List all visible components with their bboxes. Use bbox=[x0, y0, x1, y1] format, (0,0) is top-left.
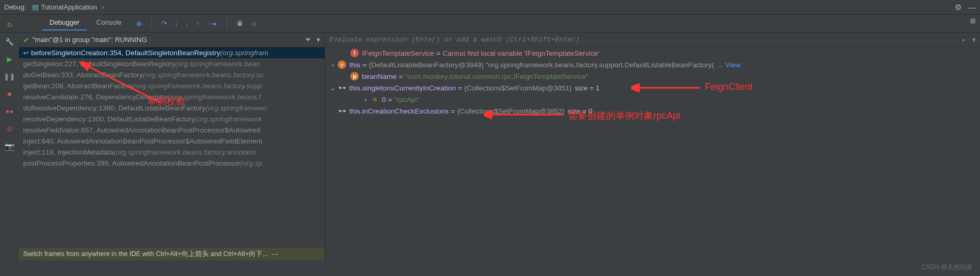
hint-text: Switch frames from anywhere in the IDE w… bbox=[23, 250, 268, 259]
stack-frame[interactable]: resolveDependency:1300, DefaultListableB… bbox=[19, 114, 325, 125]
var-type: {Collections$SetFromMap@3851} bbox=[464, 84, 572, 92]
stack-frame[interactable]: getSingleton:227, DefaultSingletonBeanRe… bbox=[19, 58, 325, 69]
variables-pane: ＋ ▾ ! IFeignTemplateService = Cannot fin… bbox=[325, 33, 980, 260]
evaluate-input[interactable] bbox=[329, 36, 955, 44]
list-icon: ≡ bbox=[338, 60, 346, 69]
watermark: CSDN @天然玩家 bbox=[921, 263, 973, 272]
run-to-cursor-icon[interactable]: →▸ bbox=[207, 19, 217, 27]
var-name: beanName bbox=[362, 73, 397, 80]
frames-list[interactable]: ↩beforeSingletonCreation:354, DefaultSin… bbox=[19, 47, 325, 248]
frame-package: (org.springframework bbox=[195, 115, 262, 123]
thread-chevron-icon[interactable]: ▾ bbox=[317, 36, 320, 44]
var-beanname[interactable]: p beanName = "com.monkey.tutorial.common… bbox=[325, 70, 980, 82]
thread-selector[interactable]: ✔ "main"@1 in group "main": RUNNING ⏷ ▾ bbox=[19, 33, 325, 47]
tab-debugger[interactable]: Debugger bbox=[42, 16, 87, 30]
resume-icon[interactable]: ▶ bbox=[7, 55, 12, 63]
check-icon: ✔ bbox=[23, 36, 29, 44]
hint-bar: Switch frames from anywhere in the IDE w… bbox=[19, 248, 325, 260]
var-item-0[interactable]: › ≡ 0 = "rpcApi" bbox=[325, 94, 980, 105]
stop-icon[interactable]: ■ bbox=[7, 90, 12, 98]
pause-icon[interactable]: ❚❚ bbox=[4, 73, 15, 80]
evaluate-row[interactable]: ＋ ▾ bbox=[325, 33, 980, 47]
force-step-into-icon[interactable]: ↓ bbox=[185, 19, 189, 27]
var-name: 0 bbox=[382, 96, 386, 104]
frame-package: (org.springframewo bbox=[206, 104, 267, 112]
minimize-icon[interactable]: — bbox=[968, 3, 976, 12]
filter-icon[interactable]: ⏷ bbox=[305, 36, 311, 44]
frame-label: beforeSingletonCreation:354, DefaultSing… bbox=[31, 49, 220, 57]
trace-icon[interactable]: ≣ bbox=[251, 19, 257, 27]
thread-list-icon[interactable]: ≣ bbox=[136, 19, 142, 27]
var-name: IFeignTemplateService bbox=[362, 49, 434, 57]
frame-back-icon: ↩ bbox=[23, 49, 29, 57]
stack-frame[interactable]: postProcessProperties:399, AutowiredAnno… bbox=[19, 158, 325, 169]
view-breakpoints-icon[interactable]: ●● bbox=[5, 107, 14, 115]
eval-chevron-icon[interactable]: ▾ bbox=[972, 36, 976, 44]
wrench-icon[interactable]: 🔧 bbox=[5, 38, 14, 46]
view-link[interactable]: ... View bbox=[718, 61, 741, 69]
variables-list[interactable]: ! IFeignTemplateService = Cannot find lo… bbox=[325, 47, 980, 260]
frame-package: (org.springframework.beans.factory.su bbox=[143, 71, 263, 79]
frame-label: inject:119, InjectionMetadata bbox=[23, 148, 114, 156]
camera-icon[interactable]: 📷 bbox=[5, 142, 15, 151]
annotation-label-2: FeignClient bbox=[705, 81, 753, 93]
watch-icon: 👓 bbox=[338, 84, 346, 92]
stack-frame[interactable]: resolveFieldValue:657, AutowiredAnnotati… bbox=[19, 125, 325, 136]
annotation-label-1: 单例校验 bbox=[147, 95, 185, 107]
watch-icon: 👓 bbox=[338, 107, 346, 115]
debug-label: Debug: bbox=[4, 3, 26, 11]
stack-frame[interactable]: inject:640, AutowiredAnnotationBeanPostP… bbox=[19, 136, 325, 147]
rerun-icon[interactable]: ↻ bbox=[7, 21, 13, 29]
param-icon: p bbox=[350, 72, 359, 80]
var-value: "com.monkey.tutorial.common.rpc.IFeignTe… bbox=[405, 73, 588, 80]
frame-label: postProcessProperties:399, AutowiredAnno… bbox=[23, 159, 240, 167]
layout-icon[interactable]: ⊞ bbox=[970, 17, 976, 25]
debug-topbar: Debug: ▤ TutorialApplication × ⚙ — bbox=[0, 0, 980, 15]
annotation-label-3: 需要创建的单例对象rpcApi bbox=[568, 109, 680, 122]
var-error[interactable]: ! IFeignTemplateService = Cannot find lo… bbox=[325, 47, 980, 59]
var-size: size = 1 bbox=[575, 84, 600, 92]
hint-ellipsis[interactable]: ⋯ bbox=[271, 250, 278, 258]
stack-frame[interactable]: doGetBean:333, AbstractBeanFactory (org.… bbox=[19, 69, 325, 80]
stack-frame[interactable]: ↩beforeSingletonCreation:354, DefaultSin… bbox=[19, 47, 325, 58]
var-value: Cannot find local variable 'IFeignTempla… bbox=[442, 49, 599, 57]
frame-label: getBean:208, AbstractBeanFactory bbox=[23, 82, 133, 90]
stack-frame[interactable]: getBean:208, AbstractBeanFactory (org.sp… bbox=[19, 80, 325, 91]
frame-package: (org.sp bbox=[240, 159, 262, 167]
run-config-icon: ▤ bbox=[32, 4, 39, 11]
evaluate-icon[interactable]: 🖩 bbox=[237, 19, 244, 27]
frame-label: inject:640, AutowiredAnnotationBeanPostP… bbox=[23, 137, 262, 145]
add-watch-icon[interactable]: ＋ bbox=[960, 35, 967, 45]
var-type: {DefaultListableBeanFactory@3849} bbox=[369, 61, 484, 69]
thread-text: "main"@1 in group "main": RUNNING bbox=[33, 36, 147, 44]
var-singletons-in-creation[interactable]: ⌄ 👓 this.singletonsCurrentlyInCreation =… bbox=[325, 82, 980, 94]
var-this[interactable]: › ≡ this = {DefaultListableBeanFactory@3… bbox=[325, 59, 980, 70]
frames-pane: ✔ "main"@1 in group "main": RUNNING ⏷ ▾ … bbox=[19, 33, 325, 260]
var-name: this.inCreationCheckExclusions bbox=[349, 107, 449, 115]
list-icon: ≡ bbox=[370, 95, 379, 104]
frame-package: (org.springframework.beans.factory.annot… bbox=[114, 148, 256, 156]
var-name: this bbox=[349, 61, 360, 69]
gear-icon[interactable]: ⚙ bbox=[955, 3, 962, 12]
error-icon: ! bbox=[350, 49, 359, 57]
var-name: this.singletonsCurrentlyInCreation bbox=[349, 84, 456, 92]
tab-title[interactable]: TutorialApplication bbox=[41, 3, 97, 11]
frame-label: resolveFieldValue:657, AutowiredAnnotati… bbox=[23, 126, 260, 134]
expand-icon[interactable]: › bbox=[362, 96, 369, 104]
var-value: "org.springframework.beans.factory.suppo… bbox=[486, 61, 714, 69]
frame-label: getSingleton:227, DefaultSingletonBeanRe… bbox=[23, 60, 175, 68]
collapse-icon[interactable]: ⌄ bbox=[329, 84, 337, 92]
step-into-icon[interactable]: ↓ bbox=[175, 19, 178, 27]
frame-label: resolveDependency:1300, DefaultListableB… bbox=[23, 115, 195, 123]
stack-frame[interactable]: inject:119, InjectionMetadata (org.sprin… bbox=[19, 147, 325, 158]
step-over-icon[interactable]: ↷ bbox=[161, 19, 167, 27]
mute-breakpoints-icon[interactable]: ⊘ bbox=[7, 125, 13, 132]
var-type: {Collections$SetFromMap@3852} bbox=[457, 107, 564, 115]
tab-close-icon[interactable]: × bbox=[101, 4, 104, 11]
tab-console[interactable]: Console bbox=[89, 16, 129, 30]
step-out-icon[interactable]: ↑ bbox=[196, 19, 200, 27]
frame-label: doGetBean:333, AbstractBeanFactory bbox=[23, 71, 143, 79]
expand-icon[interactable]: › bbox=[329, 61, 337, 69]
frame-label: resolveCandidate:276, DependencyDescript… bbox=[23, 93, 168, 101]
frame-package: (org.springfram bbox=[220, 49, 268, 57]
